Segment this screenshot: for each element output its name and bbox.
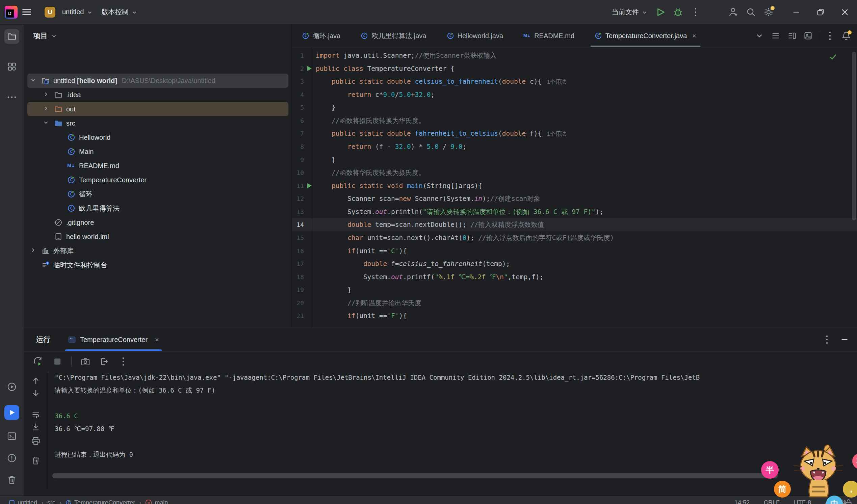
minimize-button[interactable] — [784, 0, 808, 24]
screenshot-button[interactable] — [78, 354, 93, 369]
main-menu-button[interactable] — [18, 4, 36, 20]
console-more-button[interactable] — [116, 354, 130, 369]
vcs-menu[interactable]: 版本控制 — [97, 4, 141, 20]
clear-console-button[interactable] — [29, 453, 43, 468]
notifications-button[interactable] — [839, 29, 853, 43]
inspection-ok-icon[interactable] — [829, 52, 837, 61]
terminal-tool-window-button[interactable] — [4, 429, 19, 443]
search-button[interactable] — [742, 3, 760, 21]
debug-button[interactable] — [669, 3, 687, 21]
close-button[interactable] — [833, 0, 857, 24]
tree-item-TemperatureConverter[interactable]: CTemperatureConverter — [27, 173, 288, 187]
console-user-input: 36.6 C — [55, 409, 78, 422]
project-panel-header[interactable]: 项目 — [24, 24, 291, 47]
code-editor[interactable]: 1import java.util.Scanner;//使用Scanner类获取… — [292, 48, 857, 328]
editor-tab-Helloworld.java[interactable]: CHelloworld.java — [437, 24, 514, 47]
line-number: 14 — [292, 218, 304, 231]
run-button[interactable] — [652, 3, 669, 21]
tree-item-src[interactable]: src — [27, 116, 288, 130]
tree-item-循环[interactable]: C循环 — [27, 187, 288, 201]
tree-item-.idea[interactable]: .idea — [27, 88, 288, 102]
run-tab-label: TemperatureConverter — [80, 336, 148, 343]
tree-item-hello world.iml[interactable]: hello world.iml — [27, 230, 288, 244]
run-tool-window-button[interactable] — [4, 405, 19, 420]
editor-more-button[interactable] — [823, 29, 837, 43]
line-number: 5 — [292, 101, 304, 114]
editor-tab-TemperatureConverter.java[interactable]: CTemperatureConverter.java× — [585, 24, 706, 47]
line-number: 1 — [292, 49, 304, 62]
breadcrumb-untitled[interactable]: untitled — [9, 499, 37, 504]
breadcrumb-main[interactable]: mmain — [145, 499, 168, 504]
more-tool-windows-button[interactable] — [4, 90, 19, 105]
problems-tool-window-button[interactable] — [4, 451, 19, 466]
status-widget-CRLF[interactable]: CRLF — [764, 499, 780, 504]
restore-button[interactable] — [808, 0, 833, 24]
chevron-right-icon[interactable] — [30, 247, 37, 254]
tree-item-out[interactable]: out — [27, 102, 288, 116]
line-number: 12 — [292, 192, 304, 205]
tree-item-label: src — [66, 119, 75, 127]
run-panel-more-button[interactable] — [820, 333, 834, 347]
run-gutter-icon[interactable] — [306, 65, 313, 72]
editor-list-button[interactable] — [769, 29, 783, 43]
print-button[interactable] — [29, 434, 43, 448]
breadcrumb-TemperatureConverter[interactable]: CTemperatureConverter — [66, 499, 135, 504]
editor-scrollbar[interactable] — [852, 52, 856, 220]
delete-tool-window-button[interactable] — [4, 473, 19, 487]
breadcrumb-src[interactable]: src — [47, 499, 55, 504]
tree-item-untitled[interactable]: untitled [hello world]D:\ASUS\Desktop\Ja… — [27, 73, 288, 88]
stop-button[interactable] — [50, 354, 65, 369]
project-switcher[interactable]: untitled — [57, 5, 97, 19]
settings-button[interactable] — [760, 3, 777, 21]
tree-item-.gitignore[interactable]: .gitignore — [27, 215, 288, 230]
run-tab[interactable]: TemperatureConverter × — [65, 328, 162, 351]
export-button[interactable] — [97, 354, 112, 369]
tree-item-README.md[interactable]: MREADME.md — [27, 159, 288, 173]
tree-item-label: README.md — [79, 162, 119, 170]
tree-item-label: 外部库 — [53, 247, 73, 255]
line-number: 20 — [292, 297, 304, 309]
tree-item-欧几里得算法[interactable]: C欧几里得算法 — [27, 201, 288, 215]
angry-cat-sticker — [789, 443, 847, 501]
rerun-button[interactable] — [31, 354, 46, 369]
ime-badge-简[interactable]: 简 — [774, 481, 791, 498]
project-tool-window-button[interactable] — [4, 29, 19, 44]
status-widget-14:52[interactable]: 14:52 — [735, 499, 750, 504]
tree-item-Main[interactable]: CMain — [27, 145, 288, 159]
inlay-hint[interactable]: 1个用法 — [547, 131, 566, 137]
next-occurrence-button[interactable] — [29, 386, 43, 400]
ime-badge-，[interactable]: ， — [843, 481, 857, 498]
structure-tool-window-button[interactable] — [4, 59, 19, 74]
add-user-button[interactable] — [725, 3, 742, 21]
run-config-selector[interactable]: 当前文件 — [607, 4, 652, 20]
scroll-to-end-button[interactable] — [29, 420, 43, 434]
chevron-down-icon[interactable] — [30, 77, 37, 84]
hide-panel-button[interactable] — [837, 333, 852, 347]
code-line-4: 4 return c*9.0/5.0+32.0; — [292, 88, 857, 101]
tree-item-Helloworld[interactable]: CHelloworld — [27, 130, 288, 145]
image-preview-icon — [804, 31, 812, 40]
tree-item-外部库[interactable]: 外部库 — [27, 244, 288, 258]
services-tool-window-button[interactable] — [4, 380, 19, 394]
lock-icon[interactable] — [845, 499, 852, 504]
editor-tab-循环.java[interactable]: C循环.java — [292, 24, 351, 47]
editor-tab-README.md[interactable]: MREADME.md — [513, 24, 585, 47]
console-horizontal-scrollbar[interactable] — [52, 473, 778, 478]
ime-badge-半[interactable]: 半 — [761, 461, 779, 479]
preview-button[interactable] — [801, 29, 815, 43]
editor-tab-欧几里得算法.java[interactable]: C欧几里得算法.java — [351, 24, 436, 47]
code-line-6: 6 //函数将摄氏度转换为华氏度。 — [292, 114, 857, 127]
chevron-right-icon[interactable] — [43, 105, 50, 113]
close-icon[interactable]: × — [155, 336, 159, 343]
chevron-down-icon[interactable] — [43, 119, 50, 127]
hidden-tabs-button[interactable] — [753, 29, 766, 43]
chevron-right-icon[interactable] — [43, 91, 50, 99]
folder-icon — [54, 91, 63, 99]
close-icon[interactable]: × — [692, 32, 696, 40]
tree-item-临时文件和控制台[interactable]: 临时文件和控制台 — [27, 258, 288, 272]
inlay-hint[interactable]: 1个用法 — [547, 79, 566, 85]
more-actions-button[interactable] — [687, 3, 704, 21]
split-editor-button[interactable] — [785, 29, 799, 43]
tree-item-label: hello world.iml — [66, 233, 109, 241]
run-gutter-icon[interactable] — [306, 182, 313, 189]
